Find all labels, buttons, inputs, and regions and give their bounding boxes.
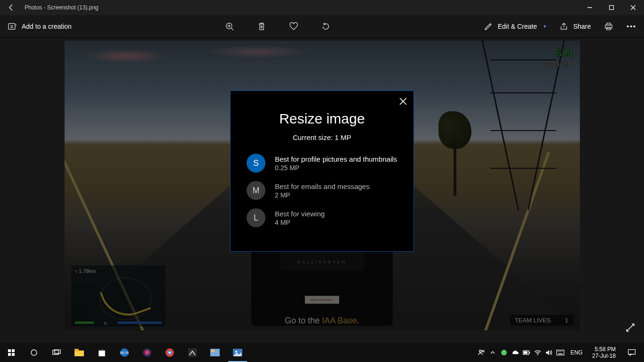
task-view-button[interactable] [45,343,68,362]
svg-rect-9 [12,353,15,356]
battery-icon[interactable] [522,348,531,357]
svg-rect-3 [605,25,612,28]
team-lives: TEAM LIVES 1 [510,315,573,326]
decorative [65,153,145,330]
clock[interactable]: 5:58 PM 27-Jul-18 [588,346,619,359]
option-size: 2 MP [275,191,370,199]
svg-point-19 [145,350,149,355]
ellipsis-icon: ••• [627,23,636,30]
back-button[interactable] [0,0,23,15]
tray-overflow-icon[interactable] [488,348,497,357]
minimap: ↑ 1.78km N [71,265,165,327]
file-name: Screenshot (13).png [47,4,99,11]
minimap-distance: ↑ 1.78km [75,268,96,274]
decorative [484,152,550,330]
favorite-button[interactable] [284,15,303,38]
taskbar-app-3[interactable] [181,343,204,362]
svg-rect-39 [561,351,561,352]
svg-rect-1 [8,24,15,29]
taskbar-app-chrome[interactable] [158,343,181,362]
taskbar: BETA [0,343,644,362]
tray-icon-1[interactable] [500,348,508,357]
minimap-north: N [104,321,107,326]
svg-rect-38 [559,351,560,352]
decorative [434,111,476,196]
start-button[interactable] [0,343,23,362]
size-badge-l: L [247,208,265,227]
share-button[interactable]: Share [553,15,596,38]
hud-cash: $24 [544,47,573,59]
resize-option-l[interactable]: L Best for viewing 4 MP [247,208,397,227]
svg-rect-15 [99,351,105,356]
taskbar-app-photos[interactable] [226,343,249,362]
svg-rect-23 [188,348,197,357]
share-label: Share [573,23,591,30]
resize-option-m[interactable]: M Best for emails and messages 2 MP [247,181,397,200]
dialog-current-size: Current size: 1 MP [247,133,397,141]
decorative [206,45,310,58]
svg-text:BETA: BETA [120,351,129,354]
svg-rect-37 [558,351,558,352]
decorative [481,41,566,210]
size-badge-s: S [247,154,265,173]
svg-point-30 [501,350,507,355]
maximize-button[interactable] [601,0,622,15]
taskbar-app-explorer[interactable] [68,343,91,362]
dialog-title: Resize image [247,111,397,127]
svg-rect-14 [74,349,79,352]
keyboard-icon[interactable] [556,348,565,357]
add-to-creation-button[interactable]: Add to a creation [2,15,77,38]
language-indicator[interactable]: ENG [568,349,586,356]
add-to-creation-label: Add to a creation [22,23,72,30]
resize-option-s[interactable]: S Best for profile pictures and thumbnai… [247,154,397,173]
option-desc: Best for viewing [275,210,325,218]
clock-time: 5:58 PM [592,346,616,353]
print-button[interactable] [598,15,619,38]
mission-text: Go to the IAA Base. [285,316,359,326]
svg-rect-35 [557,350,564,355]
volume-icon[interactable] [545,348,553,357]
svg-rect-40 [562,351,562,352]
wifi-icon[interactable] [534,348,542,357]
taskbar-app-store[interactable] [91,343,113,362]
svg-rect-25 [211,350,215,352]
zoom-button[interactable] [220,15,239,38]
svg-rect-4 [607,23,611,25]
edit-create-button[interactable]: Edit & Create ▾ [478,15,552,38]
clock-date: 27-Jul-18 [592,353,616,359]
more-button[interactable]: ••• [621,15,642,38]
svg-point-22 [169,352,171,354]
hud-bank: 800 20 [544,59,573,69]
team-lives-value: 1 [565,317,568,324]
delete-button[interactable] [252,15,271,38]
titlebar: Photos - Screenshot (13).png [0,0,644,15]
taskbar-app-2[interactable] [136,343,158,362]
chevron-down-icon: ▾ [544,24,546,29]
taskbar-app-4[interactable] [204,343,226,362]
resize-handle-icon[interactable] [625,322,636,335]
resize-dialog: Resize image Current size: 1 MP S Best f… [230,90,414,252]
car-badge: GALLIVANTER [297,260,347,264]
cortana-button[interactable] [23,343,45,362]
svg-point-34 [537,354,538,355]
svg-rect-6 [8,349,11,352]
option-desc: Best for profile pictures and thumbnails [275,155,397,163]
svg-rect-36 [558,354,562,354]
svg-point-27 [235,351,237,353]
rotate-button[interactable] [316,15,335,38]
people-icon[interactable] [477,348,486,357]
minimize-button[interactable] [579,0,601,15]
svg-rect-33 [524,351,528,354]
taskbar-app-1[interactable]: BETA [113,343,136,362]
svg-rect-0 [610,6,614,10]
dialog-close-button[interactable] [399,98,407,107]
svg-rect-41 [628,350,636,354]
onedrive-icon[interactable] [511,348,520,357]
close-button[interactable] [622,0,644,15]
svg-point-29 [482,350,484,352]
option-size: 0.25 MP [275,164,397,172]
action-center-button[interactable] [622,343,641,362]
team-lives-label: TEAM LIVES [515,317,551,324]
option-size: 4 MP [275,219,325,226]
svg-rect-7 [12,349,15,352]
